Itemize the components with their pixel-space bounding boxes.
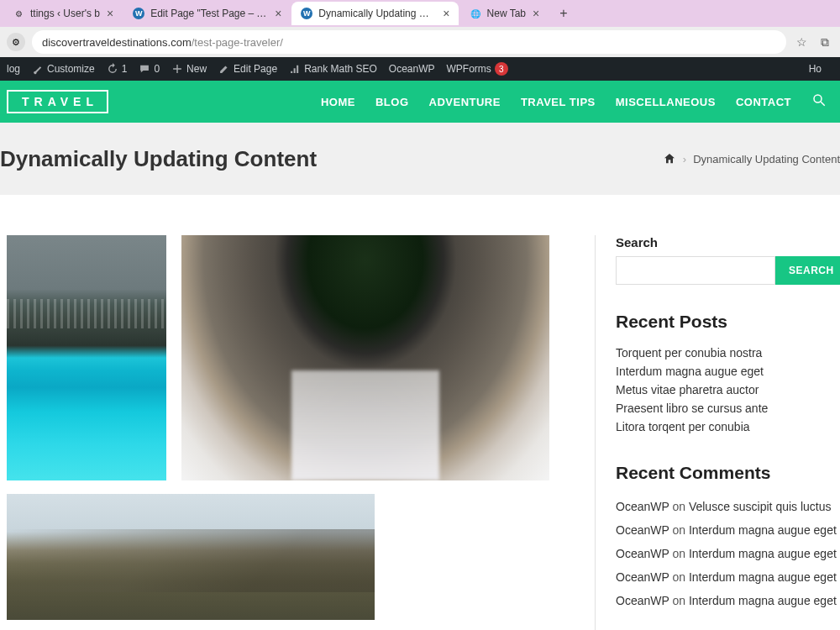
tab-title: Edit Page "Test Page – Travel <box>150 8 268 19</box>
site-settings-icon[interactable]: ⚙ <box>7 33 25 51</box>
page-title: Dynamically Updating Content <box>0 146 317 172</box>
close-icon[interactable]: × <box>107 7 113 20</box>
admin-edit-page[interactable]: Edit Page <box>218 63 277 75</box>
globe-icon: 🌐 <box>469 7 482 20</box>
url-input[interactable]: discovertraveldestinations.com/test-page… <box>32 30 786 54</box>
gallery-image[interactable] <box>7 494 375 620</box>
tab-title: New Tab <box>487 8 526 19</box>
new-tab-button[interactable]: + <box>554 6 572 21</box>
search-label: Search <box>616 235 840 249</box>
main-column <box>7 235 561 630</box>
list-item[interactable]: Interdum magna augue eget <box>616 362 840 381</box>
nav-travel-tips[interactable]: TRAVEL TIPS <box>521 96 596 108</box>
wp-admin-bar: log Customize 1 0 New Edit Page Rank Mat… <box>0 57 840 81</box>
recent-posts-title: Recent Posts <box>616 312 840 332</box>
list-item[interactable]: Praesent libro se cursus ante <box>616 399 840 417</box>
breadcrumb: › Dynamically Updating Content <box>663 152 840 165</box>
admin-updates[interactable]: 1 <box>107 63 128 75</box>
notification-badge: 3 <box>495 62 508 76</box>
admin-new[interactable]: New <box>171 63 207 75</box>
nav-links: HOME BLOG ADVENTURE TRAVEL TIPS MISCELLA… <box>321 92 827 111</box>
gallery-image[interactable] <box>181 235 549 480</box>
search-icon[interactable] <box>811 92 827 111</box>
nav-adventure[interactable]: ADVENTURE <box>429 96 501 108</box>
list-item[interactable]: Torquent per conubia nostra <box>616 344 840 362</box>
plus-icon <box>171 63 183 75</box>
list-item[interactable]: OceanWP on Interdum magna augue eget <box>616 542 840 565</box>
nav-misc[interactable]: MISCELLANEOUS <box>616 96 716 108</box>
close-icon[interactable]: × <box>533 7 539 20</box>
list-item[interactable]: Metus vitae pharetra auctor <box>616 381 840 399</box>
bookmark-icon[interactable]: ☆ <box>793 35 810 49</box>
address-bar: ⚙ discovertraveldestinations.com/test-pa… <box>0 27 840 57</box>
admin-customize[interactable]: Customize <box>32 63 95 75</box>
sidebar: Search SEARCH Recent Posts Torquent per … <box>595 235 840 630</box>
close-icon[interactable]: × <box>275 7 281 20</box>
brush-icon <box>32 63 44 75</box>
extensions-icon[interactable]: ⧉ <box>816 35 833 50</box>
nav-home[interactable]: HOME <box>321 96 355 108</box>
list-item[interactable]: Litora torqent per conubia <box>616 417 840 436</box>
url-host: discovertraveldestinations.com <box>42 36 192 49</box>
admin-oceanwp[interactable]: OceanWP <box>389 63 435 75</box>
recent-comments-widget: Recent Comments OceanWP on Velusce susci… <box>616 463 840 612</box>
admin-wpforms[interactable]: WPForms 3 <box>447 62 508 76</box>
recent-posts-widget: Recent Posts Torquent per conubia nostra… <box>616 312 840 436</box>
comment-icon <box>139 63 150 75</box>
admin-comments[interactable]: 0 <box>139 63 160 75</box>
nav-contact[interactable]: CONTACT <box>736 96 791 108</box>
list-item[interactable]: OceanWP on Interdum magna augue eget <box>616 518 840 542</box>
admin-rankmath[interactable]: Rank Math SEO <box>289 63 377 75</box>
refresh-icon <box>107 63 118 75</box>
gallery-row <box>7 235 561 480</box>
browser-tab-active[interactable]: W Dynamically Updating Content × <box>291 2 458 25</box>
tab-title: Dynamically Updating Content <box>318 8 436 19</box>
search-input[interactable] <box>616 256 775 285</box>
browser-tab[interactable]: W Edit Page "Test Page – Travel × <box>123 2 290 25</box>
list-item[interactable]: OceanWP on Velusce suscipit quis luctus <box>616 495 840 518</box>
browser-tab[interactable]: ⚙ ttings ‹ User's b × <box>3 2 122 25</box>
search-widget: Search SEARCH <box>616 235 840 285</box>
browser-tab[interactable]: 🌐 New Tab × <box>460 2 549 25</box>
gallery-image[interactable] <box>7 235 166 480</box>
close-icon[interactable]: × <box>443 7 449 20</box>
tab-title: ttings ‹ User's b <box>30 8 100 19</box>
chevron-right-icon: › <box>683 153 686 165</box>
wordpress-icon: W <box>300 7 313 20</box>
svg-line-1 <box>821 102 825 106</box>
recent-comments-title: Recent Comments <box>616 463 840 483</box>
admin-howdy[interactable]: Ho <box>809 63 822 75</box>
nav-blog[interactable]: BLOG <box>375 96 409 108</box>
home-icon[interactable] <box>663 152 676 165</box>
list-item[interactable]: OceanWP on Interdum magna augue eget <box>616 565 840 589</box>
wordpress-icon: W <box>132 7 145 20</box>
pencil-icon <box>218 63 230 75</box>
page-content: Search SEARCH Recent Posts Torquent per … <box>0 195 840 630</box>
admin-blog-link[interactable]: log <box>7 63 20 75</box>
page-header: Dynamically Updating Content › Dynamical… <box>0 123 840 195</box>
site-nav: TRAVEL HOME BLOG ADVENTURE TRAVEL TIPS M… <box>0 81 840 123</box>
breadcrumb-current: Dynamically Updating Content <box>693 153 840 165</box>
gear-icon: ⚙ <box>12 7 25 20</box>
browser-tab-strip: ⚙ ttings ‹ User's b × W Edit Page "Test … <box>0 0 840 27</box>
url-path: /test-page-traveler/ <box>192 36 283 49</box>
search-button[interactable]: SEARCH <box>775 256 840 285</box>
list-item[interactable]: OceanWP on Interdum magna augue eget <box>616 589 840 612</box>
site-logo[interactable]: TRAVEL <box>7 90 108 113</box>
recent-posts-list: Torquent per conubia nostra Interdum mag… <box>616 344 840 436</box>
recent-comments-list: OceanWP on Velusce suscipit quis luctus … <box>616 495 840 612</box>
chart-icon <box>289 63 301 75</box>
svg-point-0 <box>814 95 822 102</box>
